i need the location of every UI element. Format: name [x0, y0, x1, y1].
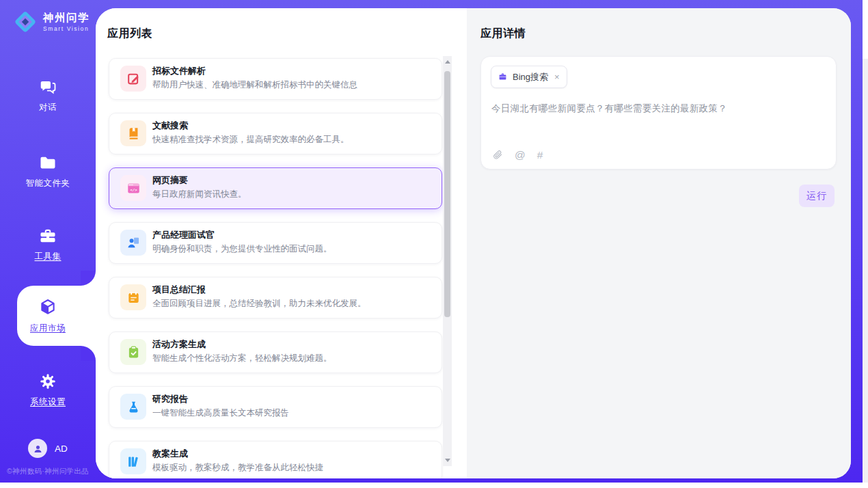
app-card[interactable]: 活动方案生成智能生成个性化活动方案，轻松解决规划难题。	[109, 331, 442, 373]
page-scrollbar[interactable]	[863, 59, 868, 483]
run-button[interactable]: 运行	[799, 185, 835, 207]
copyright: ©神州数码·神州问学出品	[0, 467, 96, 476]
sidebar-item-label: 智能文件夹	[0, 178, 96, 189]
main-content: 应用列表 招标文件解析帮助用户快速、准确地理解和解析招标书中的关键信息文献搜索快…	[96, 8, 851, 478]
user-row[interactable]: AD	[0, 439, 96, 458]
app-card-description: 帮助用户快速、准确地理解和解析招标书中的关键信息	[152, 79, 357, 91]
app-card[interactable]: 产品经理面试官明确身份和职责，为您提供专业性的面试问题。	[109, 222, 442, 264]
app-card[interactable]: 文献搜索快速精准查找学术资源，提高研究效率的必备工具。	[109, 113, 442, 154]
query-text[interactable]: 今日湖北有哪些新闻要点？有哪些需要关注的最新政策？	[491, 103, 825, 115]
avatar[interactable]	[28, 439, 47, 458]
app-card-title: 产品经理面试官	[152, 229, 215, 241]
app-card[interactable]: </>网页摘要每日政府新闻资讯快查。	[109, 167, 442, 209]
active-tab-fillet-top	[81, 271, 96, 286]
note-icon	[120, 284, 146, 310]
app-card[interactable]: 项目总结汇报全面回顾项目进展，总结经验教训，助力未来优化发展。	[109, 277, 442, 318]
app-card-list: 招标文件解析帮助用户快速、准确地理解和解析招标书中的关键信息文献搜索快速精准查找…	[109, 58, 442, 478]
brand: 神州问学 Smart Vision	[12, 9, 90, 35]
sidebar-item-smart-folder[interactable]: 智能文件夹	[0, 153, 96, 189]
input-toolbar: @#	[493, 150, 543, 160]
scrollbar-thumb[interactable]	[444, 71, 450, 317]
toolbox-icon	[38, 226, 57, 245]
app-card-description: 模板驱动，教案秒成，教学准备从此轻松快捷	[152, 462, 323, 474]
gear-icon	[38, 372, 57, 391]
flask-icon	[120, 394, 146, 420]
app-card-title: 教案生成	[152, 448, 188, 460]
briefcase-icon	[498, 72, 508, 82]
svg-text:</>: </>	[130, 187, 137, 192]
app-list-title: 应用列表	[107, 27, 152, 41]
chat-icon	[38, 77, 57, 96]
interviewer-icon	[120, 230, 146, 256]
active-tab-fillet-bottom	[81, 346, 96, 361]
hash-icon[interactable]: #	[537, 150, 543, 160]
app-list-panel: 应用列表 招标文件解析帮助用户快速、准确地理解和解析招标书中的关键信息文献搜索快…	[96, 8, 467, 478]
app-card-description: 快速精准查找学术资源，提高研究效率的必备工具。	[152, 134, 349, 146]
document-edit-icon	[120, 66, 146, 92]
app-card-title: 研究报告	[152, 393, 188, 405]
sidebar-item-app-market[interactable]: 应用市场	[0, 298, 96, 334]
book-icon	[120, 120, 146, 146]
app-card-title: 招标文件解析	[152, 65, 206, 77]
sidebar-item-settings[interactable]: 系统设置	[0, 372, 96, 408]
app-detail-panel: 应用详情 Bing搜索 × 今日湖北有哪些新闻要点？有哪些需要关注的最新政策？ …	[467, 8, 851, 478]
app-card-description: 明确身份和职责，为您提供专业性的面试问题。	[152, 243, 332, 255]
app-card-description: 一键智能生成高质量长文本研究报告	[152, 407, 289, 419]
app-card-title: 项目总结汇报	[152, 284, 206, 296]
sidebar-item-toolset[interactable]: 工具集	[0, 226, 96, 262]
attachment-icon[interactable]	[493, 150, 503, 160]
app-card-title: 活动方案生成	[152, 338, 206, 351]
scroll-up-icon[interactable]	[445, 60, 450, 64]
brand-text: 神州问学 Smart Vision	[43, 12, 90, 32]
clipboard-check-icon	[120, 339, 146, 365]
app-frame: 神州问学 Smart Vision 对话智能文件夹工具集应用市场系统设置 AD …	[0, 0, 863, 483]
sidebar: 神州问学 Smart Vision 对话智能文件夹工具集应用市场系统设置 AD …	[0, 0, 96, 483]
browser-code-icon: </>	[120, 175, 146, 201]
folder-icon	[38, 153, 57, 172]
sidebar-item-label: 工具集	[0, 251, 96, 262]
sidebar-item-label: 对话	[0, 102, 96, 113]
mention-icon[interactable]: @	[515, 150, 526, 160]
sidebar-item-dialog[interactable]: 对话	[0, 77, 96, 113]
app-card-description: 智能生成个性化活动方案，轻松解决规划难题。	[152, 353, 332, 364]
prompt-card: Bing搜索 × 今日湖北有哪些新闻要点？有哪些需要关注的最新政策？ @#	[480, 56, 837, 170]
app-card-description: 全面回顾项目进展，总结经验教训，助力未来优化发展。	[152, 298, 366, 310]
cube-icon	[38, 298, 57, 317]
app-detail-title: 应用详情	[480, 27, 526, 41]
brand-logo-icon	[12, 9, 38, 35]
app-card-title: 文献搜索	[152, 120, 188, 132]
sidebar-item-label: 应用市场	[0, 323, 96, 334]
app-card-description: 每日政府新闻资讯快查。	[152, 189, 247, 200]
tool-chip-label: Bing搜索	[513, 71, 548, 83]
brand-name: 神州问学	[43, 12, 90, 24]
brand-subtitle: Smart Vision	[43, 25, 90, 32]
scroll-down-icon[interactable]	[445, 459, 450, 462]
list-scrollbar[interactable]	[443, 56, 452, 466]
close-icon[interactable]: ×	[554, 72, 560, 81]
app-card[interactable]: 招标文件解析帮助用户快速、准确地理解和解析招标书中的关键信息	[109, 58, 442, 100]
books-icon	[120, 448, 146, 474]
app-card-title: 网页摘要	[152, 174, 188, 187]
tool-chip[interactable]: Bing搜索 ×	[491, 66, 567, 88]
app-card[interactable]: 研究报告一键智能生成高质量长文本研究报告	[109, 386, 442, 428]
app-card[interactable]: 教案生成模板驱动，教案秒成，教学准备从此轻松快捷	[109, 441, 442, 478]
user-initials: AD	[55, 444, 68, 454]
sidebar-item-label: 系统设置	[0, 396, 96, 408]
